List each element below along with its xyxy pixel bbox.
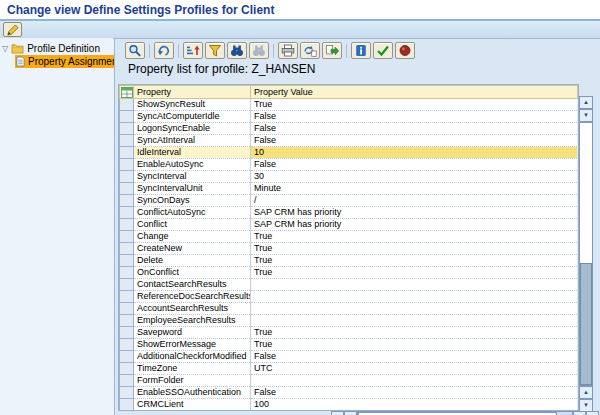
edit-button[interactable] bbox=[3, 22, 22, 37]
find-next-button[interactable] bbox=[249, 42, 269, 59]
row-selector[interactable] bbox=[120, 315, 134, 327]
property-name-cell[interactable]: Conflict bbox=[134, 219, 251, 231]
property-value-cell[interactable]: 30 bbox=[251, 171, 578, 183]
row-selector[interactable] bbox=[120, 159, 134, 171]
confirm-button[interactable] bbox=[373, 42, 393, 59]
property-name-cell[interactable]: OnConflict bbox=[134, 267, 251, 279]
property-name-cell[interactable]: Delete bbox=[134, 255, 251, 267]
property-value-cell[interactable] bbox=[251, 291, 578, 303]
vertical-scroll-thumb[interactable] bbox=[580, 263, 592, 385]
row-selector[interactable] bbox=[120, 135, 134, 147]
property-name-cell[interactable]: ShowErrorMessage bbox=[134, 339, 251, 351]
property-name-cell[interactable]: SyncAtInterval bbox=[134, 135, 251, 147]
system-button[interactable] bbox=[395, 42, 415, 59]
property-name-cell[interactable]: ReferenceDocSearchResults bbox=[134, 291, 251, 303]
row-selector[interactable] bbox=[120, 291, 134, 303]
property-value-cell[interactable]: True bbox=[251, 267, 578, 279]
row-selector[interactable] bbox=[120, 147, 134, 159]
row-selector[interactable] bbox=[120, 171, 134, 183]
row-selector[interactable] bbox=[120, 279, 134, 291]
property-value-cell[interactable]: False bbox=[251, 123, 578, 135]
property-name-cell[interactable]: Savepword bbox=[134, 327, 251, 339]
property-name-cell[interactable]: SyncIntervalUnit bbox=[134, 183, 251, 195]
property-value-cell[interactable] bbox=[251, 375, 578, 387]
row-selector[interactable] bbox=[120, 411, 134, 412]
property-value-cell[interactable] bbox=[251, 315, 578, 327]
property-name-cell[interactable]: CRMCLient bbox=[134, 399, 251, 411]
scroll-left-button[interactable]: ◄ bbox=[331, 411, 344, 415]
tree-node-profile-definition[interactable]: ▽ Profile Definition bbox=[2, 42, 100, 55]
property-value-cell[interactable] bbox=[251, 303, 578, 315]
tree-node-property-assignment[interactable]: Property Assignment bbox=[15, 55, 123, 68]
expander-icon[interactable]: ▽ bbox=[2, 44, 8, 54]
property-name-cell[interactable]: ContactSearchResults bbox=[134, 279, 251, 291]
property-value-cell[interactable]: False bbox=[251, 351, 578, 363]
property-value-cell[interactable]: True bbox=[251, 99, 578, 111]
print-button[interactable] bbox=[278, 42, 298, 59]
row-selector[interactable] bbox=[120, 339, 134, 351]
property-name-cell[interactable]: ConflictAutoSync bbox=[134, 207, 251, 219]
export-to-office-button[interactable] bbox=[322, 42, 342, 59]
property-value-cell[interactable]: / bbox=[251, 195, 578, 207]
property-name-cell[interactable]: ShowSyncResult bbox=[134, 99, 251, 111]
row-selector[interactable] bbox=[120, 375, 134, 387]
property-name-cell[interactable]: EnableSSOAuthentication bbox=[134, 387, 251, 399]
property-name-cell[interactable]: SyncOnDays bbox=[134, 195, 251, 207]
property-value-cell[interactable]: 10 bbox=[251, 147, 578, 159]
horizontal-scrollbar[interactable]: ◄ ► ◄ ► bbox=[331, 411, 599, 415]
scroll-right-button-right[interactable]: ► bbox=[586, 411, 599, 415]
scroll-up-button[interactable]: ▲ bbox=[579, 96, 593, 109]
property-value-cell[interactable]: True bbox=[251, 255, 578, 267]
row-selector[interactable] bbox=[120, 231, 134, 243]
row-selector[interactable] bbox=[120, 123, 134, 135]
row-selector[interactable] bbox=[120, 303, 134, 315]
property-name-cell[interactable]: LogonSyncEnable bbox=[134, 123, 251, 135]
row-selector[interactable] bbox=[120, 267, 134, 279]
property-value-cell[interactable]: False bbox=[251, 387, 578, 399]
property-value-cell[interactable]: False bbox=[251, 159, 578, 171]
property-value-cell[interactable]: UTC bbox=[251, 363, 578, 375]
horizontal-scroll-track[interactable] bbox=[357, 411, 573, 415]
row-selector[interactable] bbox=[120, 99, 134, 111]
property-name-cell[interactable]: CreateNew bbox=[134, 243, 251, 255]
property-value-cell[interactable]: False bbox=[251, 135, 578, 147]
select-all-header[interactable] bbox=[120, 86, 134, 99]
property-name-cell[interactable]: IdleInterval bbox=[134, 147, 251, 159]
column-header-property-value[interactable]: Property Value bbox=[251, 86, 578, 99]
info-button[interactable] bbox=[351, 42, 371, 59]
row-selector[interactable] bbox=[120, 207, 134, 219]
property-value-cell[interactable]: True bbox=[251, 339, 578, 351]
property-value-cell[interactable]: 100 bbox=[251, 399, 578, 411]
scroll-left-button-right[interactable]: ◄ bbox=[573, 411, 586, 415]
property-name-cell[interactable]: EmployeeSearchResults bbox=[134, 315, 251, 327]
property-value-cell[interactable]: SAP CRM has priority bbox=[251, 219, 578, 231]
property-name-cell[interactable]: CRMServer bbox=[134, 411, 251, 412]
property-name-cell[interactable]: FormFolder bbox=[134, 375, 251, 387]
row-selector[interactable] bbox=[120, 387, 134, 399]
property-name-cell[interactable]: AccountSearchResults bbox=[134, 303, 251, 315]
sort-ascending-button[interactable] bbox=[183, 42, 203, 59]
row-selector[interactable] bbox=[120, 351, 134, 363]
property-value-cell[interactable]: True bbox=[251, 243, 578, 255]
row-selector[interactable] bbox=[120, 255, 134, 267]
property-name-cell[interactable]: SyncAtComputerIdle bbox=[134, 111, 251, 123]
row-selector[interactable] bbox=[120, 327, 134, 339]
row-selector[interactable] bbox=[120, 399, 134, 411]
choose-detail-button[interactable] bbox=[125, 42, 145, 59]
scroll-up-button-bottom[interactable]: ▲ bbox=[579, 386, 593, 399]
vertical-scrollbar[interactable]: ▲ ▼ ▲ ▼ bbox=[579, 96, 593, 412]
property-value-cell[interactable]: False bbox=[251, 111, 578, 123]
filter-button[interactable] bbox=[205, 42, 225, 59]
property-value-cell[interactable] bbox=[251, 279, 578, 291]
row-selector[interactable] bbox=[120, 363, 134, 375]
row-selector[interactable] bbox=[120, 111, 134, 123]
row-selector[interactable] bbox=[120, 195, 134, 207]
export-button[interactable] bbox=[300, 42, 320, 59]
property-name-cell[interactable]: SyncInterval bbox=[134, 171, 251, 183]
property-value-cell[interactable]: Minute bbox=[251, 183, 578, 195]
property-value-cell[interactable]: True bbox=[251, 327, 578, 339]
property-name-cell[interactable]: AdditionalCheckforModified bbox=[134, 351, 251, 363]
property-name-cell[interactable]: EnableAutoSync bbox=[134, 159, 251, 171]
scroll-right-button[interactable]: ► bbox=[344, 411, 357, 415]
row-selector[interactable] bbox=[120, 183, 134, 195]
